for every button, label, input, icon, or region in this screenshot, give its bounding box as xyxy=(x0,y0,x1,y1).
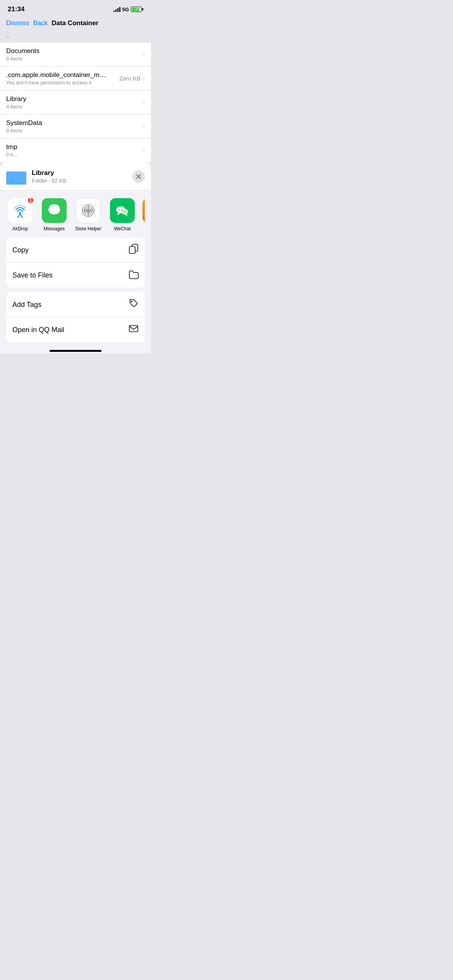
status-time: 21:34 xyxy=(8,5,24,13)
app-item-storehelper[interactable]: Store Helper xyxy=(74,198,102,231)
chevron-icon: › xyxy=(143,51,145,58)
status-icons: 5G ⚡ xyxy=(113,7,143,12)
battery-icon: ⚡ xyxy=(131,7,143,12)
file-name: tmp xyxy=(6,143,18,151)
save-to-files-icon xyxy=(129,269,139,281)
share-name: Library xyxy=(32,169,67,177)
file-name: Documents xyxy=(6,47,39,55)
signal-bars-icon xyxy=(113,7,120,12)
app-item-partial[interactable]: W xyxy=(142,198,145,231)
app-item-wechat[interactable]: WeChat xyxy=(108,198,136,231)
file-list: Documents 0 items › .com.apple.mobile_co… xyxy=(0,43,151,162)
action-open-qqmail[interactable]: Open in QQ Mail xyxy=(6,317,145,342)
messages-label: Messages xyxy=(44,226,65,231)
file-item-com-apple[interactable]: .com.apple.mobile_container_m… You don't… xyxy=(0,67,151,91)
chevron-icon: › xyxy=(143,75,145,82)
status-bar: 21:34 5G ⚡ xyxy=(0,0,151,16)
file-sub: 0 items xyxy=(6,56,39,62)
wechat-icon xyxy=(110,198,135,223)
svg-point-15 xyxy=(119,209,120,211)
chevron-icon: › xyxy=(143,99,145,106)
action-group-1: Copy Save to Files xyxy=(6,238,145,288)
page-title: Data Container xyxy=(51,19,98,27)
file-sub: 4 items xyxy=(6,104,26,110)
dismiss-button[interactable]: Dismiss xyxy=(6,19,29,27)
action-list: Copy Save to Files xyxy=(0,238,151,342)
share-close-button[interactable] xyxy=(132,170,145,183)
wechat-label: WeChat xyxy=(114,226,130,231)
chevron-icon: › xyxy=(143,147,145,154)
copy-label: Copy xyxy=(12,246,29,254)
add-tags-icon xyxy=(129,298,139,311)
file-item-documents[interactable]: Documents 0 items › xyxy=(0,43,151,67)
svg-rect-20 xyxy=(129,247,135,254)
action-add-tags[interactable]: Add Tags xyxy=(6,292,145,317)
storehelper-icon xyxy=(76,198,101,223)
svg-point-4 xyxy=(13,204,27,218)
file-size: Zero KB xyxy=(119,75,141,82)
tilde-header: ~ xyxy=(0,32,151,43)
action-copy[interactable]: Copy xyxy=(6,238,145,263)
file-sub: You don't have permission to access it xyxy=(6,80,106,86)
folder-icon xyxy=(6,168,26,185)
app-row-container: 1 AirDrop Messages xyxy=(0,190,151,238)
svg-rect-22 xyxy=(129,326,138,332)
file-name: .com.apple.mobile_container_m… xyxy=(6,71,106,79)
file-sub: 0 items xyxy=(6,128,42,134)
airdrop-label: AirDrop xyxy=(12,226,28,231)
file-name: SystemData xyxy=(6,119,42,127)
svg-point-21 xyxy=(131,301,132,302)
storehelper-label: Store Helper xyxy=(75,226,101,231)
file-name: Library xyxy=(6,95,26,103)
app-item-messages[interactable]: Messages xyxy=(40,198,68,231)
file-item-systemdata[interactable]: SystemData 0 items › xyxy=(0,115,151,139)
svg-point-16 xyxy=(122,209,123,211)
chevron-icon: › xyxy=(143,123,145,130)
home-indicator xyxy=(0,347,151,353)
file-item-tmp[interactable]: tmp 0 it… › xyxy=(0,139,151,162)
action-group-2: Add Tags Open in QQ Mail xyxy=(6,292,145,342)
messages-icon xyxy=(42,198,67,223)
svg-point-17 xyxy=(124,211,124,212)
share-header: Library Folder · 92 KB xyxy=(0,162,151,190)
save-to-files-label: Save to Files xyxy=(12,271,53,279)
airdrop-badge: 1 xyxy=(27,198,34,204)
add-tags-label: Add Tags xyxy=(12,301,41,309)
copy-icon xyxy=(129,244,139,256)
share-meta: Folder · 92 KB xyxy=(32,178,67,184)
share-info: Library Folder · 92 KB xyxy=(32,169,67,184)
network-label: 5G xyxy=(122,7,129,12)
nav-bar: Dismiss Back Data Container xyxy=(0,16,151,32)
share-sheet: Library Folder · 92 KB xyxy=(0,162,151,353)
svg-point-18 xyxy=(125,211,126,212)
app-item-airdrop[interactable]: 1 AirDrop xyxy=(6,198,34,231)
action-save-to-files[interactable]: Save to Files xyxy=(6,263,145,288)
home-bar xyxy=(50,350,101,352)
file-item-library[interactable]: Library 4 items › xyxy=(0,91,151,115)
app-row: 1 AirDrop Messages xyxy=(6,198,145,231)
file-sub: 0 it… xyxy=(6,152,18,158)
open-qqmail-icon xyxy=(129,324,139,336)
svg-point-5 xyxy=(19,212,21,214)
back-button[interactable]: Back xyxy=(33,19,48,27)
open-qqmail-label: Open in QQ Mail xyxy=(12,326,64,334)
